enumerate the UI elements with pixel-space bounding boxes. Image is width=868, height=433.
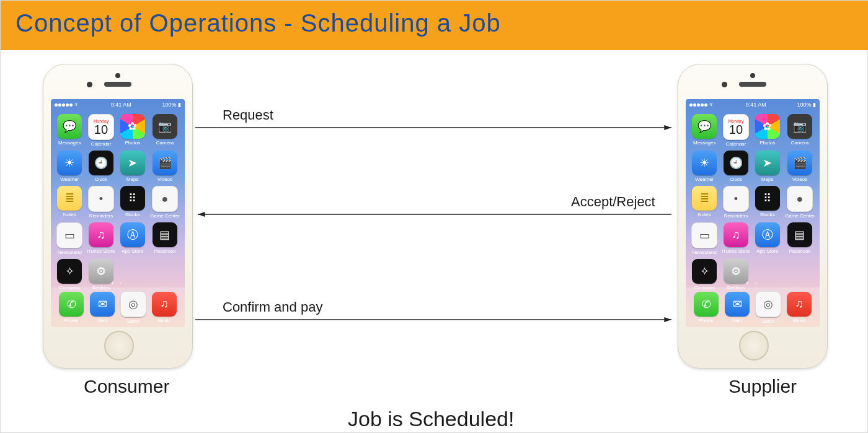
app-newsstand[interactable]: ▭Newsstand xyxy=(56,222,83,255)
app-phone[interactable]: ✆Phone xyxy=(56,292,87,323)
app-reminders[interactable]: •Reminders xyxy=(722,186,750,219)
game-center-icon: ● xyxy=(152,186,178,212)
app-maps[interactable]: ➤Maps xyxy=(754,151,781,182)
app-label: Weather xyxy=(695,177,714,182)
slide: Concept of Operations - Scheduling a Job… xyxy=(0,0,868,433)
app-label: Photos xyxy=(760,140,775,146)
phone-camera-dot xyxy=(722,82,727,87)
app-label: Notes xyxy=(698,212,711,217)
app-label: Music xyxy=(158,318,171,323)
app-game-center[interactable]: ●Game Center xyxy=(150,186,180,219)
app-label: Maps xyxy=(761,177,774,182)
supplier-phone: ᯤ 9:41 AM 100% ▮ 💬MessagesMonday10Calend… xyxy=(678,64,828,369)
app-store-icon: Ⓐ xyxy=(120,222,145,247)
app-label: Reminders xyxy=(724,213,748,219)
app-camera[interactable]: 📷Camera xyxy=(785,114,815,147)
app-videos[interactable]: 🎬Videos xyxy=(785,151,815,182)
app-safari[interactable]: ◎Safari xyxy=(753,291,784,324)
slide-title: Concept of Operations - Scheduling a Job xyxy=(1,1,868,37)
status-battery: 100% ▮ xyxy=(162,102,181,108)
app-stocks[interactable]: ⠿Stocks xyxy=(119,186,146,219)
dock: ✆Phone✉Mail◎Safari♫Music xyxy=(686,287,820,327)
status-time: 9:41 AM xyxy=(111,102,131,108)
app-label: Messages xyxy=(693,140,715,146)
app-mail[interactable]: ✉Mail xyxy=(87,292,118,323)
app-label: Music xyxy=(793,318,806,323)
app-safari[interactable]: ◎Safari xyxy=(118,291,149,324)
notes-icon: ≣ xyxy=(57,186,82,211)
app-clock[interactable]: 🕘Clock xyxy=(722,151,750,182)
home-button[interactable] xyxy=(739,331,769,361)
app-photos[interactable]: ✿Photos xyxy=(119,114,146,147)
itunes-store-icon: ♫ xyxy=(89,222,113,247)
app-videos[interactable]: 🎬Videos xyxy=(150,151,180,182)
app-label: App Store xyxy=(756,248,779,254)
safari-icon: ◎ xyxy=(755,291,781,317)
safari-icon: ◎ xyxy=(120,291,146,317)
home-grid: 💬MessagesMonday10Calendar✿Photos📷Camera☀… xyxy=(51,110,185,291)
app-phone[interactable]: ✆Phone xyxy=(691,292,722,323)
videos-icon: 🎬 xyxy=(153,151,177,175)
app-label: iTunes Store xyxy=(87,248,115,254)
app-label: App Store xyxy=(122,248,144,254)
clock-icon: 🕘 xyxy=(89,151,113,175)
app-label: Reminders xyxy=(89,213,113,219)
app-maps[interactable]: ➤Maps xyxy=(119,151,146,182)
app-messages[interactable]: 💬Messages xyxy=(56,114,83,147)
app-itunes-store[interactable]: ♫iTunes Store xyxy=(87,222,115,255)
app-messages[interactable]: 💬Messages xyxy=(691,114,718,147)
app-camera[interactable]: 📷Camera xyxy=(150,114,180,147)
app-passbook[interactable]: ▤Passbook xyxy=(150,222,180,255)
app-photos[interactable]: ✿Photos xyxy=(754,114,781,147)
messages-icon: 💬 xyxy=(692,114,717,139)
app-label: Newsstand xyxy=(692,250,717,255)
signal-icon: ᯤ xyxy=(55,102,80,108)
stocks-icon: ⠿ xyxy=(120,186,145,211)
clock-icon: 🕘 xyxy=(724,151,748,175)
app-newsstand[interactable]: ▭Newsstand xyxy=(691,222,718,255)
maps-icon: ➤ xyxy=(755,151,780,175)
status-bar: ᯤ 9:41 AM 100% ▮ xyxy=(51,99,185,110)
consumer-label: Consumer xyxy=(84,376,169,397)
app-notes[interactable]: ≣Notes xyxy=(56,186,83,219)
messages-icon: 💬 xyxy=(57,114,82,139)
app-label: Phone xyxy=(699,318,713,323)
home-button[interactable] xyxy=(104,331,134,361)
app-calendar[interactable]: Monday10Calendar xyxy=(87,114,115,147)
app-mail[interactable]: ✉Mail xyxy=(722,292,753,323)
stocks-icon: ⠿ xyxy=(755,186,780,211)
app-app-store[interactable]: ⒶApp Store xyxy=(119,222,146,255)
app-label: Weather xyxy=(60,177,79,182)
arrow-confirm xyxy=(195,315,674,324)
phone-icon: ✆ xyxy=(694,292,719,317)
app-itunes-store[interactable]: ♫iTunes Store xyxy=(722,222,750,255)
status-bar: ᯤ 9:41 AM 100% ▮ xyxy=(686,99,820,110)
app-music[interactable]: ♫Music xyxy=(784,292,815,323)
app-label: Maps xyxy=(126,177,139,182)
app-weather[interactable]: ☀Weather xyxy=(691,151,718,182)
newsstand-icon: ▭ xyxy=(56,222,82,248)
supplier-label: Supplier xyxy=(728,376,797,397)
app-game-center[interactable]: ●Game Center xyxy=(785,186,815,219)
mail-icon: ✉ xyxy=(90,292,115,317)
app-label: Mail xyxy=(733,318,742,323)
app-app-store[interactable]: ⒶApp Store xyxy=(754,222,781,255)
phone-camera-dot xyxy=(87,82,92,87)
app-weather[interactable]: ☀Weather xyxy=(56,151,83,182)
app-stocks[interactable]: ⠿Stocks xyxy=(754,186,781,219)
app-label: Newsstand xyxy=(57,250,82,255)
reminders-icon: • xyxy=(88,186,114,212)
app-label: Notes xyxy=(63,212,76,217)
app-notes[interactable]: ≣Notes xyxy=(691,186,718,219)
app-clock[interactable]: 🕘Clock xyxy=(87,151,115,182)
signal-icon: ᯤ xyxy=(689,102,715,108)
app-label: Messages xyxy=(58,140,81,146)
app-store-icon: Ⓐ xyxy=(755,222,780,247)
app-passbook[interactable]: ▤Passbook xyxy=(785,222,815,255)
app-calendar[interactable]: Monday10Calendar xyxy=(722,114,750,147)
status-time: 9:41 AM xyxy=(746,102,766,108)
app-label: Clock xyxy=(95,177,107,182)
consumer-phone: ᯤ 9:41 AM 100% ▮ 💬MessagesMonday10Calend… xyxy=(43,64,193,369)
app-reminders[interactable]: •Reminders xyxy=(87,186,115,219)
app-music[interactable]: ♫Music xyxy=(149,292,180,323)
